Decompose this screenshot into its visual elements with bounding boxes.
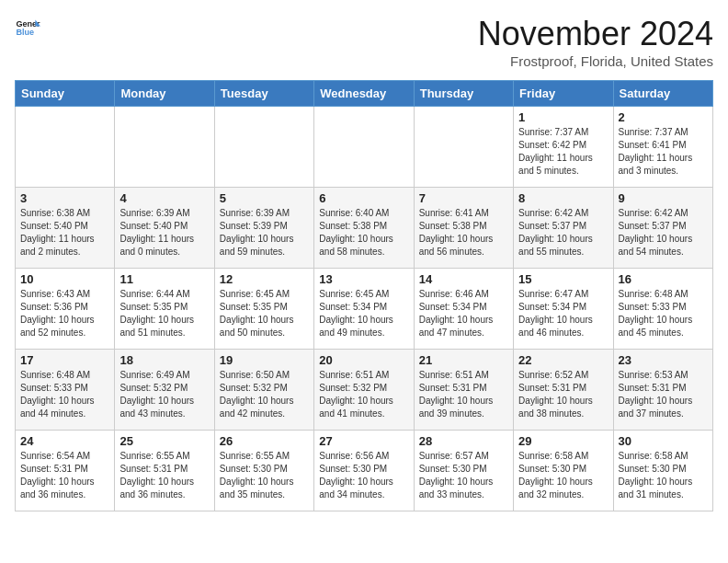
day-info: Sunrise: 6:53 AM Sunset: 5:31 PM Dayligh… bbox=[619, 369, 708, 420]
title-section: November 2024 Frostproof, Florida, Unite… bbox=[478, 15, 713, 69]
calendar-cell: 30Sunrise: 6:58 AM Sunset: 5:30 PM Dayli… bbox=[613, 431, 712, 511]
day-info: Sunrise: 6:39 AM Sunset: 5:40 PM Dayligh… bbox=[119, 207, 209, 259]
day-number: 10 bbox=[20, 272, 109, 286]
calendar-week-row: 1Sunrise: 7:37 AM Sunset: 6:42 PM Daylig… bbox=[16, 107, 713, 188]
day-info: Sunrise: 6:55 AM Sunset: 5:30 PM Dayligh… bbox=[220, 450, 309, 501]
calendar-cell: 12Sunrise: 6:45 AM Sunset: 5:35 PM Dayli… bbox=[214, 269, 313, 350]
day-info: Sunrise: 6:42 AM Sunset: 5:37 PM Dayligh… bbox=[619, 207, 708, 259]
weekday-header-row: SundayMondayTuesdayWednesdayThursdayFrid… bbox=[16, 81, 713, 107]
calendar-cell: 3Sunrise: 6:38 AM Sunset: 5:40 PM Daylig… bbox=[16, 188, 115, 269]
weekday-header-saturday: Saturday bbox=[613, 81, 712, 107]
calendar-cell: 27Sunrise: 6:56 AM Sunset: 5:30 PM Dayli… bbox=[314, 431, 414, 511]
calendar-week-row: 24Sunrise: 6:54 AM Sunset: 5:31 PM Dayli… bbox=[16, 431, 713, 511]
page-header: General Blue November 2024 Frostproof, F… bbox=[15, 15, 713, 69]
day-number: 28 bbox=[419, 434, 508, 448]
calendar-cell: 16Sunrise: 6:48 AM Sunset: 5:33 PM Dayli… bbox=[613, 269, 712, 350]
day-info: Sunrise: 6:54 AM Sunset: 5:31 PM Dayligh… bbox=[20, 450, 109, 501]
calendar-cell: 29Sunrise: 6:58 AM Sunset: 5:30 PM Dayli… bbox=[514, 431, 613, 511]
day-number: 8 bbox=[518, 191, 608, 205]
calendar-week-row: 10Sunrise: 6:43 AM Sunset: 5:36 PM Dayli… bbox=[16, 269, 713, 350]
calendar-cell bbox=[414, 107, 513, 188]
day-info: Sunrise: 6:45 AM Sunset: 5:34 PM Dayligh… bbox=[319, 288, 408, 339]
day-info: Sunrise: 6:48 AM Sunset: 5:33 PM Dayligh… bbox=[20, 369, 109, 420]
day-number: 26 bbox=[220, 434, 309, 448]
day-info: Sunrise: 6:46 AM Sunset: 5:34 PM Dayligh… bbox=[419, 288, 508, 339]
calendar-cell: 18Sunrise: 6:49 AM Sunset: 5:32 PM Dayli… bbox=[115, 350, 214, 431]
day-number: 30 bbox=[619, 434, 708, 448]
calendar-week-row: 17Sunrise: 6:48 AM Sunset: 5:33 PM Dayli… bbox=[16, 350, 713, 431]
day-number: 1 bbox=[518, 110, 608, 124]
weekday-header-sunday: Sunday bbox=[16, 81, 115, 107]
calendar-cell: 25Sunrise: 6:55 AM Sunset: 5:31 PM Dayli… bbox=[115, 431, 214, 511]
day-number: 12 bbox=[220, 272, 309, 286]
calendar-cell: 2Sunrise: 7:37 AM Sunset: 6:41 PM Daylig… bbox=[613, 107, 712, 188]
day-info: Sunrise: 6:55 AM Sunset: 5:31 PM Dayligh… bbox=[119, 450, 209, 501]
calendar-cell bbox=[115, 107, 214, 188]
day-info: Sunrise: 6:51 AM Sunset: 5:31 PM Dayligh… bbox=[419, 369, 508, 420]
day-number: 5 bbox=[220, 191, 309, 205]
day-number: 14 bbox=[419, 272, 508, 286]
day-number: 24 bbox=[20, 434, 109, 448]
calendar-table: SundayMondayTuesdayWednesdayThursdayFrid… bbox=[15, 80, 713, 511]
logo-icon: General Blue bbox=[15, 15, 40, 40]
calendar-cell: 14Sunrise: 6:46 AM Sunset: 5:34 PM Dayli… bbox=[414, 269, 513, 350]
day-number: 17 bbox=[20, 353, 109, 367]
day-number: 7 bbox=[419, 191, 508, 205]
day-number: 19 bbox=[220, 353, 309, 367]
calendar-cell: 1Sunrise: 7:37 AM Sunset: 6:42 PM Daylig… bbox=[514, 107, 613, 188]
day-number: 4 bbox=[119, 191, 209, 205]
calendar-cell: 17Sunrise: 6:48 AM Sunset: 5:33 PM Dayli… bbox=[16, 350, 115, 431]
day-number: 18 bbox=[119, 353, 209, 367]
calendar-cell: 19Sunrise: 6:50 AM Sunset: 5:32 PM Dayli… bbox=[214, 350, 313, 431]
day-info: Sunrise: 6:41 AM Sunset: 5:38 PM Dayligh… bbox=[419, 207, 508, 259]
weekday-header-tuesday: Tuesday bbox=[214, 81, 313, 107]
day-info: Sunrise: 6:50 AM Sunset: 5:32 PM Dayligh… bbox=[220, 369, 309, 420]
calendar-cell: 6Sunrise: 6:40 AM Sunset: 5:38 PM Daylig… bbox=[314, 188, 414, 269]
day-info: Sunrise: 6:43 AM Sunset: 5:36 PM Dayligh… bbox=[20, 288, 109, 339]
day-info: Sunrise: 7:37 AM Sunset: 6:41 PM Dayligh… bbox=[619, 126, 708, 178]
calendar-week-row: 3Sunrise: 6:38 AM Sunset: 5:40 PM Daylig… bbox=[16, 188, 713, 269]
day-number: 21 bbox=[419, 353, 508, 367]
calendar-cell: 7Sunrise: 6:41 AM Sunset: 5:38 PM Daylig… bbox=[414, 188, 513, 269]
day-number: 15 bbox=[518, 272, 608, 286]
calendar-cell: 8Sunrise: 6:42 AM Sunset: 5:37 PM Daylig… bbox=[514, 188, 613, 269]
calendar-cell: 23Sunrise: 6:53 AM Sunset: 5:31 PM Dayli… bbox=[613, 350, 712, 431]
day-number: 9 bbox=[619, 191, 708, 205]
svg-text:Blue: Blue bbox=[16, 28, 34, 37]
day-info: Sunrise: 6:58 AM Sunset: 5:30 PM Dayligh… bbox=[619, 450, 708, 501]
day-info: Sunrise: 6:45 AM Sunset: 5:35 PM Dayligh… bbox=[220, 288, 309, 339]
calendar-title: November 2024 bbox=[478, 15, 713, 53]
calendar-cell: 11Sunrise: 6:44 AM Sunset: 5:35 PM Dayli… bbox=[115, 269, 214, 350]
day-number: 6 bbox=[319, 191, 408, 205]
day-info: Sunrise: 6:48 AM Sunset: 5:33 PM Dayligh… bbox=[619, 288, 708, 339]
day-info: Sunrise: 6:56 AM Sunset: 5:30 PM Dayligh… bbox=[319, 450, 408, 501]
calendar-cell: 21Sunrise: 6:51 AM Sunset: 5:31 PM Dayli… bbox=[414, 350, 513, 431]
logo: General Blue bbox=[15, 15, 40, 40]
day-info: Sunrise: 6:52 AM Sunset: 5:31 PM Dayligh… bbox=[518, 369, 608, 420]
day-info: Sunrise: 6:44 AM Sunset: 5:35 PM Dayligh… bbox=[119, 288, 209, 339]
calendar-cell: 5Sunrise: 6:39 AM Sunset: 5:39 PM Daylig… bbox=[214, 188, 313, 269]
day-info: Sunrise: 6:38 AM Sunset: 5:40 PM Dayligh… bbox=[20, 207, 109, 259]
day-info: Sunrise: 6:39 AM Sunset: 5:39 PM Dayligh… bbox=[220, 207, 309, 259]
day-number: 20 bbox=[319, 353, 408, 367]
weekday-header-wednesday: Wednesday bbox=[314, 81, 414, 107]
calendar-cell: 26Sunrise: 6:55 AM Sunset: 5:30 PM Dayli… bbox=[214, 431, 313, 511]
day-number: 25 bbox=[119, 434, 209, 448]
day-info: Sunrise: 6:42 AM Sunset: 5:37 PM Dayligh… bbox=[518, 207, 608, 259]
weekday-header-friday: Friday bbox=[514, 81, 613, 107]
calendar-cell: 28Sunrise: 6:57 AM Sunset: 5:30 PM Dayli… bbox=[414, 431, 513, 511]
calendar-cell: 22Sunrise: 6:52 AM Sunset: 5:31 PM Dayli… bbox=[514, 350, 613, 431]
day-info: Sunrise: 6:57 AM Sunset: 5:30 PM Dayligh… bbox=[419, 450, 508, 501]
day-number: 23 bbox=[619, 353, 708, 367]
calendar-cell: 10Sunrise: 6:43 AM Sunset: 5:36 PM Dayli… bbox=[16, 269, 115, 350]
day-info: Sunrise: 7:37 AM Sunset: 6:42 PM Dayligh… bbox=[518, 126, 608, 178]
day-info: Sunrise: 6:47 AM Sunset: 5:34 PM Dayligh… bbox=[518, 288, 608, 339]
day-number: 22 bbox=[518, 353, 608, 367]
day-number: 2 bbox=[619, 110, 708, 124]
day-number: 16 bbox=[619, 272, 708, 286]
calendar-subtitle: Frostproof, Florida, United States bbox=[478, 53, 713, 69]
day-number: 11 bbox=[119, 272, 209, 286]
weekday-header-thursday: Thursday bbox=[414, 81, 513, 107]
calendar-cell: 20Sunrise: 6:51 AM Sunset: 5:32 PM Dayli… bbox=[314, 350, 414, 431]
day-info: Sunrise: 6:49 AM Sunset: 5:32 PM Dayligh… bbox=[119, 369, 209, 420]
